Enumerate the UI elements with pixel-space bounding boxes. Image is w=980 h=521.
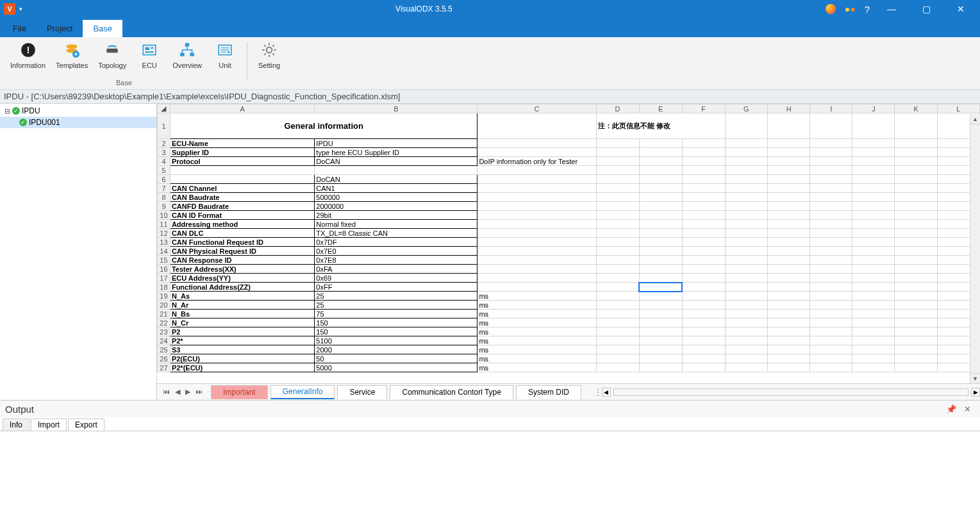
- cell-21-C[interactable]: ms: [478, 310, 596, 318]
- cell-25-J[interactable]: [852, 345, 895, 354]
- cell-27-A[interactable]: P2*(ECU): [170, 363, 314, 372]
- cell-18-J[interactable]: [852, 283, 895, 292]
- cell-20-K[interactable]: [895, 301, 937, 310]
- sheet-nav-first-icon[interactable]: ⏮: [161, 388, 172, 396]
- row-header-17[interactable]: 17: [158, 274, 170, 283]
- cell-26-D[interactable]: [596, 354, 639, 363]
- row-header-12[interactable]: 12: [158, 229, 170, 238]
- cell-16-I[interactable]: [810, 265, 852, 274]
- cell-6-D[interactable]: [596, 175, 639, 184]
- cell-24-A[interactable]: P2*: [170, 336, 314, 345]
- cell-6-K[interactable]: [895, 175, 937, 184]
- cell-18-B[interactable]: 0xFF: [315, 283, 478, 292]
- cell-27-D[interactable]: [596, 363, 639, 372]
- cell-19-A[interactable]: N_As: [170, 292, 314, 301]
- cell-5-A[interactable]: [170, 166, 314, 175]
- cell-17-B[interactable]: 0x69: [315, 274, 478, 283]
- cell-22-H[interactable]: [768, 318, 810, 327]
- cell-24-E[interactable]: [639, 336, 682, 345]
- cell-10-A[interactable]: CAN ID Format: [170, 211, 314, 220]
- cell-24-I[interactable]: [810, 336, 852, 345]
- cell-13-E[interactable]: [639, 238, 682, 247]
- cell-15-F[interactable]: [682, 256, 725, 265]
- cell-4-J[interactable]: [852, 157, 895, 166]
- cell-9-A[interactable]: CANFD Baudrate: [170, 202, 314, 211]
- cell-23-C[interactable]: ms: [478, 327, 596, 336]
- cell-26-J[interactable]: [852, 354, 895, 363]
- cell-15-B[interactable]: 0x7E8: [315, 256, 478, 265]
- cell-21-D[interactable]: [596, 310, 639, 318]
- cell-19-J[interactable]: [852, 292, 895, 301]
- cell-27-H[interactable]: [768, 363, 810, 372]
- cell-7-B[interactable]: CAN1: [315, 184, 478, 193]
- cell-4-E[interactable]: [639, 157, 682, 166]
- row-header-10[interactable]: 10: [158, 211, 170, 220]
- cell-23-G[interactable]: [725, 327, 767, 336]
- cell-14-I[interactable]: [810, 247, 852, 256]
- ribbon-topology-button[interactable]: Topology: [94, 40, 130, 70]
- cell-9-K[interactable]: [895, 202, 937, 211]
- cell-18-E[interactable]: [639, 283, 682, 292]
- cell-4-H[interactable]: [768, 157, 810, 166]
- cell-2-K[interactable]: [895, 139, 937, 148]
- ribbon-setting-button[interactable]: Setting: [253, 40, 286, 70]
- row-header-6[interactable]: 6: [158, 175, 170, 184]
- cell-2-I[interactable]: [810, 139, 852, 148]
- maximize-button[interactable]: ▢: [913, 4, 939, 14]
- cell-2-C[interactable]: [478, 139, 596, 148]
- cell-20-I[interactable]: [810, 301, 852, 310]
- tab-scroll-track[interactable]: [613, 388, 968, 396]
- cell-6-C[interactable]: [478, 175, 596, 184]
- cell-6-I[interactable]: [810, 175, 852, 184]
- cell-19-F[interactable]: [682, 292, 725, 301]
- menu-tab-project[interactable]: Project: [37, 20, 83, 37]
- cell-14-J[interactable]: [852, 247, 895, 256]
- cell-25-E[interactable]: [639, 345, 682, 354]
- cell-22-I[interactable]: [810, 318, 852, 327]
- pin-icon[interactable]: 📌: [942, 404, 960, 414]
- cell-23-H[interactable]: [768, 327, 810, 336]
- cell-18-A[interactable]: Functional Address(ZZ): [170, 283, 314, 292]
- row-header-24[interactable]: 24: [158, 336, 170, 345]
- cell-26-F[interactable]: [682, 354, 725, 363]
- cell-3-A[interactable]: Supplier ID: [170, 148, 314, 157]
- cell-13-I[interactable]: [810, 238, 852, 247]
- cell-12-F[interactable]: [682, 229, 725, 238]
- cell-19-H[interactable]: [768, 292, 810, 301]
- col-header-J[interactable]: J: [852, 104, 895, 113]
- cell-13-C[interactable]: [478, 238, 596, 247]
- row-header-11[interactable]: 11: [158, 220, 170, 229]
- sheet-nav-prev-icon[interactable]: ◀: [173, 388, 182, 396]
- firefox-icon[interactable]: [826, 4, 836, 14]
- col-header-L[interactable]: L: [937, 104, 979, 113]
- cell-8-H[interactable]: [768, 193, 810, 202]
- cell-12-C[interactable]: [478, 229, 596, 238]
- cell-21-G[interactable]: [725, 310, 767, 318]
- cell-13-K[interactable]: [895, 238, 937, 247]
- cell-6-B[interactable]: DoCAN: [315, 175, 478, 184]
- col-header-H[interactable]: H: [768, 104, 810, 113]
- cell-22-A[interactable]: N_Cr: [170, 318, 314, 327]
- cell-4-F[interactable]: [682, 157, 725, 166]
- row-header-13[interactable]: 13: [158, 238, 170, 247]
- cell-17-F[interactable]: [682, 274, 725, 283]
- cell-24-F[interactable]: [682, 336, 725, 345]
- cell-20-G[interactable]: [725, 301, 767, 310]
- row-header-22[interactable]: 22: [158, 318, 170, 327]
- cell-12-H[interactable]: [768, 229, 810, 238]
- cell-22-C[interactable]: ms: [478, 318, 596, 327]
- cell-12-G[interactable]: [725, 229, 767, 238]
- cell-13-J[interactable]: [852, 238, 895, 247]
- cell-20-F[interactable]: [682, 301, 725, 310]
- cell-11-F[interactable]: [682, 220, 725, 229]
- cell-24-C[interactable]: ms: [478, 336, 596, 345]
- cell-7-E[interactable]: [639, 184, 682, 193]
- cell-14-C[interactable]: [478, 247, 596, 256]
- cell-23-F[interactable]: [682, 327, 725, 336]
- cell-8-J[interactable]: [852, 193, 895, 202]
- cell-8-B[interactable]: 500000: [315, 193, 478, 202]
- cell-26-G[interactable]: [725, 354, 767, 363]
- cell-24-G[interactable]: [725, 336, 767, 345]
- cell-27-I[interactable]: [810, 363, 852, 372]
- col-header-A[interactable]: A: [170, 104, 314, 113]
